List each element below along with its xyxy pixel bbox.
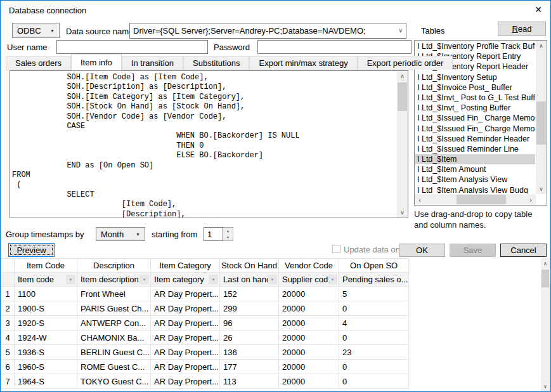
spin-up-icon[interactable]: ▲ xyxy=(226,230,230,233)
column-header[interactable]: Description xyxy=(77,259,151,273)
table-row: 2 1900-S PARIS Guest Ch... AR Day Proper… xyxy=(1,301,409,316)
preview-grid: Item Code Description Item Category Stoc… xyxy=(1,258,409,389)
chevron-down-icon: ▼ xyxy=(50,29,55,33)
cancel-button[interactable]: Cancel xyxy=(500,244,547,257)
list-item[interactable]: I Ltd_$Issued Fin_ Charge Memo Header xyxy=(415,113,535,123)
sql-editor[interactable]: SOH.[Item Code] as [Item Code], SOH.[Des… xyxy=(10,70,408,218)
update-data-only-checkbox xyxy=(332,245,340,253)
ok-button[interactable]: OK xyxy=(399,244,445,257)
table-row: 6 1960-S ROME Guest C... AR Day Propert.… xyxy=(1,360,409,374)
tables-vscrollbar[interactable]: ∧ ∨ xyxy=(536,41,547,194)
list-item[interactable]: I Ltd_$Issued Reminder Line xyxy=(415,144,535,154)
save-button: Save xyxy=(450,244,496,257)
row-number: 1 xyxy=(1,287,15,301)
scroll-thumb[interactable] xyxy=(541,270,549,287)
table-row: 3 1920-S ANTWERP Con... AR Day Propert..… xyxy=(1,316,409,330)
filter-dropdown-icon[interactable]: ▼ xyxy=(328,275,337,284)
scroll-down-icon[interactable]: ∨ xyxy=(536,184,547,194)
scroll-left-icon[interactable]: ‹ xyxy=(415,194,425,205)
column-header[interactable]: Vendor Code xyxy=(278,259,339,273)
tab-substitutions[interactable]: Substitutions xyxy=(183,56,249,70)
username-input[interactable] xyxy=(56,40,208,54)
table-row: 7 1964-S TOKYO Guest C... AR Day Propert… xyxy=(1,374,409,389)
list-item-selected[interactable]: I Ltd_$Item xyxy=(415,154,535,164)
scroll-right-icon[interactable]: › xyxy=(526,194,536,205)
driver-type-dropdown[interactable]: ODBC ▼ xyxy=(12,23,60,38)
list-item[interactable]: I Ltd_$Issued Fin_ Charge Memo Line xyxy=(415,124,535,134)
list-item[interactable]: I Ltd_$Item Analysis View xyxy=(415,174,535,185)
list-item[interactable]: I Ltd_$Invt_ Post to G_L Test Buffer xyxy=(415,93,535,103)
column-header[interactable]: Item Code xyxy=(15,259,77,273)
spin-down-icon[interactable]: ▼ xyxy=(226,236,230,239)
tab-strip: Sales orders Item info In transition Sub… xyxy=(6,54,413,70)
grid-corner xyxy=(1,259,15,273)
grid-corner xyxy=(1,273,15,287)
list-item[interactable]: I Ltd_$Item Amount xyxy=(415,164,535,174)
column-header[interactable]: Stock On Hand xyxy=(219,259,278,273)
read-button[interactable]: Read xyxy=(498,22,546,36)
filter-dropdown-icon[interactable]: ▼ xyxy=(268,275,277,284)
preview-button[interactable]: Preview xyxy=(8,243,55,257)
row-number: 3 xyxy=(1,316,15,330)
scroll-up-icon[interactable]: ∧ xyxy=(397,71,408,81)
filter-cell[interactable]: Item category▼ xyxy=(151,273,220,287)
chevron-down-icon: ▼ xyxy=(136,232,140,237)
scroll-thumb[interactable] xyxy=(536,101,546,145)
grid-vscrollbar[interactable]: ∧ ∨ xyxy=(541,258,550,391)
list-item[interactable]: I Ltd_$Inventory Profile Track Buffer xyxy=(415,41,535,51)
driver-type-value: ODBC xyxy=(17,26,41,36)
tables-label: Tables xyxy=(421,26,445,36)
scroll-thumb[interactable] xyxy=(398,82,407,111)
sql-vscrollbar[interactable]: ∧ ∨ xyxy=(397,71,408,218)
chevron-down-icon: ∨ xyxy=(398,28,403,34)
database-connection-dialog: Database connection ✕ ODBC ▼ Data source… xyxy=(0,0,551,392)
tab-in-transition[interactable]: In transition xyxy=(122,56,183,70)
row-number: 7 xyxy=(1,374,15,389)
row-number: 6 xyxy=(1,360,15,374)
start-value-input[interactable]: 1 xyxy=(204,227,223,241)
dsn-label: Data source name xyxy=(66,27,133,36)
filter-cell[interactable]: Last on hand▼ xyxy=(219,273,278,287)
sql-code[interactable]: SOH.[Item Code] as [Item Code], SOH.[Des… xyxy=(10,71,397,218)
list-item[interactable]: I Ltd_$Invoice Post_ Buffer xyxy=(415,82,535,93)
password-input[interactable] xyxy=(257,40,412,54)
filter-cell[interactable]: Item code▼ xyxy=(15,273,77,287)
grid-filter-row: Item code▼ Item description▼ Item catego… xyxy=(1,273,409,287)
table-row: 5 1936-S BERLIN Guest C... AR Day Proper… xyxy=(1,345,409,360)
scroll-thumb[interactable] xyxy=(457,195,506,204)
period-value: Month xyxy=(101,230,124,239)
column-header[interactable]: On Open SO xyxy=(339,259,408,273)
row-number: 5 xyxy=(1,345,15,360)
list-item[interactable]: I Ltd_$Inventory Setup xyxy=(415,72,535,82)
tab-export-minmax-strategy[interactable]: Export min/max strategy xyxy=(249,56,357,70)
scroll-down-icon[interactable]: ∨ xyxy=(397,207,408,218)
tab-export-periodic-order[interactable]: Export periodic order xyxy=(358,56,453,70)
list-item[interactable]: I Ltd_$Issued Reminder Header xyxy=(415,134,535,144)
tab-sales-orders[interactable]: Sales orders xyxy=(6,56,71,70)
grid-header-row: Item Code Description Item Category Stoc… xyxy=(1,259,409,273)
filter-cell[interactable]: Item description▼ xyxy=(77,273,151,287)
list-item[interactable]: I Ltd_$Item Analysis View Budg_ Entry xyxy=(415,185,535,193)
password-label: Password xyxy=(214,42,250,52)
scroll-up-icon[interactable]: ∧ xyxy=(536,41,547,51)
filter-cell[interactable]: Pending sales o... xyxy=(339,273,408,287)
window-title: Database connection xyxy=(9,6,86,15)
tab-item-info[interactable]: Item info xyxy=(71,54,122,70)
filter-cell[interactable]: Supplier code▼ xyxy=(278,273,339,287)
update-data-only-label: Update data only xyxy=(344,245,406,254)
tables-hscrollbar[interactable]: ‹ › xyxy=(415,194,536,205)
scroll-up-icon[interactable]: ∧ xyxy=(541,258,550,268)
username-label: User name xyxy=(7,42,48,52)
filter-dropdown-icon[interactable]: ▼ xyxy=(209,275,218,284)
list-item[interactable]: I Ltd_$Invt_ Posting Buffer xyxy=(415,103,535,113)
quantity-stepper[interactable]: ▲ ▼ xyxy=(223,227,233,241)
dsn-combobox[interactable]: Driver={SQL Server};Server=Andrey-PC;Dat… xyxy=(129,23,406,39)
starting-from-label: starting from xyxy=(152,230,197,239)
table-row: 1 1100 Front Wheel AR Day Propert... 152… xyxy=(1,287,409,301)
filter-dropdown-icon[interactable]: ▼ xyxy=(66,275,75,284)
filter-dropdown-icon[interactable]: ▼ xyxy=(139,275,149,284)
scroll-down-icon[interactable]: ∨ xyxy=(541,381,550,391)
close-icon[interactable]: ✕ xyxy=(535,4,542,15)
column-header[interactable]: Item Category xyxy=(151,259,220,273)
period-dropdown[interactable]: Month ▼ xyxy=(96,227,145,241)
